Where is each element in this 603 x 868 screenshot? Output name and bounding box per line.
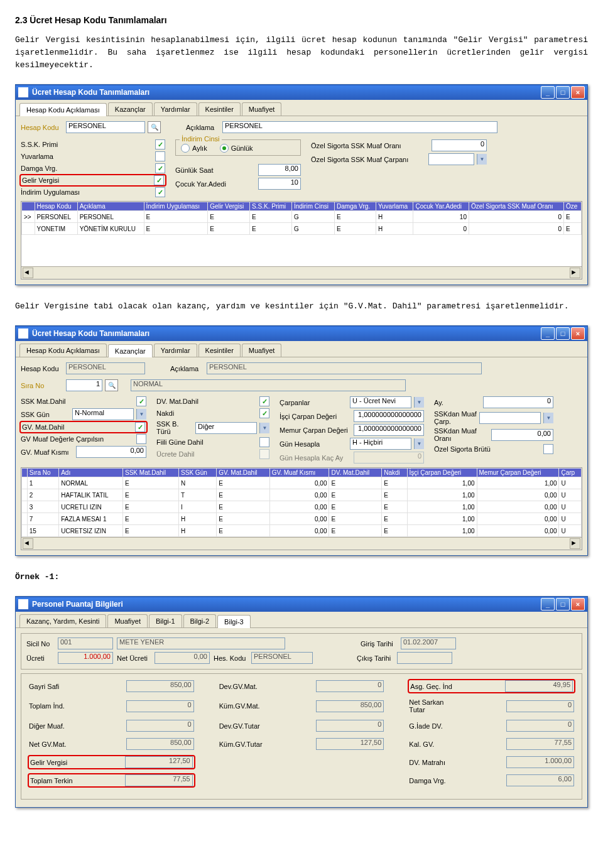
- ssk-primi-checkbox[interactable]: ✓: [155, 139, 165, 149]
- table-row[interactable]: 7FAZLA MESAI 1EHE0,00EE1,000,00U: [22, 513, 582, 525]
- table-row[interactable]: 1NORMALENE0,00EE1,001,00U: [22, 477, 582, 489]
- tab-kazanclar[interactable]: Kazançlar: [108, 102, 153, 116]
- grid-header[interactable]: Damga Vrg.: [335, 202, 376, 211]
- dropdown-arrow-icon[interactable]: ▼: [477, 154, 487, 165]
- scroll-right-icon[interactable]: ►: [570, 268, 580, 278]
- sira-no-input[interactable]: 1: [66, 379, 102, 391]
- lookup-icon[interactable]: 🔍: [105, 379, 118, 391]
- tab-bilgi-1[interactable]: Bilgi-1: [149, 614, 182, 627]
- cocuk-yar-input[interactable]: 10: [258, 178, 301, 190]
- lookup-icon[interactable]: 🔍: [148, 121, 161, 133]
- checkbox[interactable]: ✓: [259, 408, 269, 418]
- select-input[interactable]: Diğer: [195, 422, 257, 434]
- aciklama-input[interactable]: PERSONEL: [222, 121, 497, 133]
- grid-header[interactable]: Gelir Vergisi: [208, 202, 250, 211]
- data-grid[interactable]: Hesap KoduAçıklamaİndirim UygulamasıGeli…: [21, 201, 582, 279]
- dropdown-arrow-icon[interactable]: ▼: [414, 397, 424, 408]
- table-row[interactable]: 15UCRETSIZ IZINEHE0,00EE1,000,00U: [22, 525, 582, 537]
- damga-vrg-checkbox[interactable]: ✓: [155, 163, 165, 173]
- gunluk-saat-input[interactable]: 8,00: [258, 164, 301, 176]
- gelir-vergisi-checkbox[interactable]: ✓: [154, 175, 164, 185]
- table-row[interactable]: YONETIMYÖNETİM KURULUEEEGEH00E: [22, 223, 582, 235]
- number-input[interactable]: 0,00: [491, 429, 553, 441]
- number-input[interactable]: 0,00: [76, 446, 146, 458]
- grid-header[interactable]: Öze: [564, 202, 582, 211]
- maximize-button[interactable]: □: [556, 86, 570, 99]
- select-input[interactable]: N-Normal: [72, 408, 134, 420]
- grid-header[interactable]: Yuvarlama: [376, 202, 413, 211]
- tab-yardimlar[interactable]: Yardımlar: [154, 102, 197, 116]
- grid-header[interactable]: Hesap Kodu: [35, 202, 77, 211]
- scroll-left-icon[interactable]: ◄: [23, 268, 33, 278]
- number-input[interactable]: 0: [483, 396, 553, 408]
- select-input[interactable]: U - Ücret Nevi: [350, 396, 411, 408]
- dropdown-arrow-icon[interactable]: ▼: [414, 438, 424, 449]
- maximize-button[interactable]: □: [556, 598, 570, 610]
- dropdown-arrow-icon[interactable]: ▼: [136, 409, 146, 420]
- checkbox[interactable]: ✓: [136, 396, 146, 406]
- grid-header[interactable]: Nakdi: [382, 469, 407, 477]
- minimize-button[interactable]: _: [541, 86, 555, 99]
- tab-bilgi-2[interactable]: Bilgi-2: [183, 614, 217, 627]
- tab-muafiyet[interactable]: Muafiyet: [242, 102, 282, 116]
- table-row[interactable]: 3UCRETLI IZINEIE0,00EE1,000,00U: [22, 501, 582, 513]
- select-input[interactable]: [479, 412, 541, 424]
- table-row[interactable]: >>PERSONELPERSONELEEEGEH100E: [22, 211, 582, 223]
- grid-header[interactable]: [22, 202, 35, 211]
- tab-muafiyet[interactable]: Muafiyet: [242, 344, 282, 357]
- minimize-button[interactable]: _: [541, 327, 555, 340]
- yuvarlama-checkbox[interactable]: [155, 151, 165, 161]
- grid-header[interactable]: S.S.K. Primi: [250, 202, 292, 211]
- grid-header[interactable]: İndirim Uygulaması: [144, 202, 208, 211]
- checkbox[interactable]: [543, 444, 553, 454]
- grid-header[interactable]: Adı: [59, 469, 123, 477]
- number-input[interactable]: 0: [354, 452, 424, 464]
- scroll-left-icon[interactable]: ◄: [23, 538, 33, 549]
- grid-header[interactable]: Açıklama: [77, 202, 144, 211]
- grid-header[interactable]: SSK Gün: [179, 469, 217, 477]
- data-grid[interactable]: Sıra NoAdıSSK Mat.DahilSSK GünGV. Mat.Da…: [21, 467, 582, 550]
- indirim-uygulamasi-checkbox[interactable]: ✓: [155, 187, 165, 197]
- close-button[interactable]: ×: [571, 86, 585, 99]
- grid-header[interactable]: Memur Çarpan Değeri: [477, 469, 559, 477]
- tab-hesap-kodu-aciklamasi[interactable]: Hesap Kodu Açıklaması: [19, 344, 107, 357]
- grid-header[interactable]: İndirim Cinsi: [291, 202, 334, 211]
- grid-header[interactable]: Çarp: [559, 469, 582, 477]
- tab-muafiyet[interactable]: Muafiyet: [107, 614, 148, 627]
- tab-kazanc-yardim-kesinti[interactable]: Kazanç, Yardım, Kesinti: [19, 614, 106, 627]
- number-input[interactable]: 1,000000000000000: [354, 410, 424, 422]
- number-input[interactable]: 1,000000000000000: [354, 424, 424, 436]
- grid-header[interactable]: Çocuk Yar.Adedi: [413, 202, 469, 211]
- checkbox[interactable]: [259, 449, 269, 459]
- ozel-sigorta-carpan-input[interactable]: [428, 153, 474, 165]
- ozel-sigorta-oran-input[interactable]: 0: [432, 139, 487, 151]
- grid-header[interactable]: [22, 469, 28, 477]
- tab-kesintiler[interactable]: Kesintiler: [198, 344, 241, 357]
- grid-header[interactable]: Özel Sigorta SSK Muaf Oranı: [469, 202, 563, 211]
- grid-header[interactable]: İşçi Çarpan Değeri: [407, 469, 477, 477]
- tab-kesintiler[interactable]: Kesintiler: [198, 102, 241, 116]
- tab-bilgi-3[interactable]: Bilgi-3: [217, 615, 251, 628]
- select-input[interactable]: H - Hiçbiri: [350, 438, 411, 450]
- dropdown-arrow-icon[interactable]: ▼: [543, 413, 553, 423]
- grid-header[interactable]: SSK Mat.Dahil: [123, 469, 179, 477]
- close-button[interactable]: ×: [571, 598, 585, 610]
- grid-header[interactable]: GV. Muaf Kısmı: [269, 469, 329, 477]
- scroll-right-icon[interactable]: ►: [570, 538, 580, 549]
- checkbox[interactable]: ✓: [259, 396, 269, 406]
- tab-yardimlar[interactable]: Yardımlar: [154, 344, 197, 357]
- dropdown-arrow-icon[interactable]: ▼: [259, 423, 269, 433]
- tab-hesap-kodu-aciklamasi[interactable]: Hesap Kodu Açıklaması: [19, 103, 107, 116]
- hesap-kodu-input[interactable]: PERSONEL: [66, 121, 145, 133]
- minimize-button[interactable]: _: [541, 598, 555, 610]
- checkbox[interactable]: [259, 437, 269, 447]
- table-row[interactable]: 2HAFTALIK TATILETE0,00EE1,000,00U: [22, 489, 582, 501]
- gunluk-radio[interactable]: [220, 144, 229, 153]
- tab-kazanclar[interactable]: Kazançlar: [108, 344, 153, 357]
- grid-header[interactable]: Sıra No: [27, 469, 59, 477]
- maximize-button[interactable]: □: [556, 327, 570, 340]
- aylik-radio[interactable]: [181, 144, 190, 153]
- grid-header[interactable]: GV. Mat.Dahil: [217, 469, 269, 477]
- close-button[interactable]: ×: [571, 327, 585, 340]
- grid-header[interactable]: DV. Mat.Dahil: [329, 469, 382, 477]
